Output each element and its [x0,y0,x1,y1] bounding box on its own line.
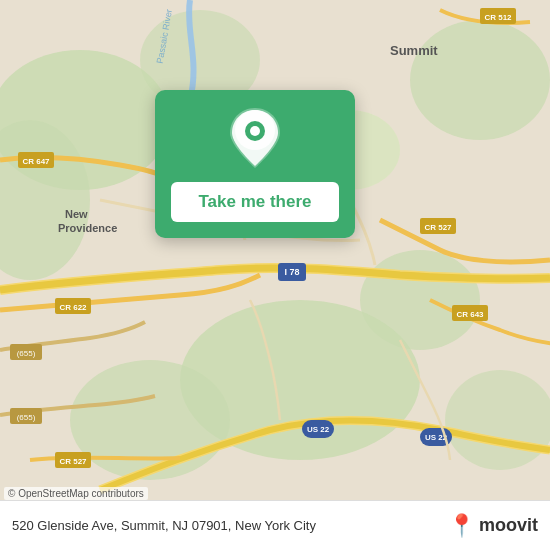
moovit-logo: 📍 moovit [448,513,538,539]
take-me-there-button[interactable]: Take me there [171,182,339,222]
destination-card: Take me there [155,90,355,238]
svg-text:CR 527: CR 527 [59,457,87,466]
svg-text:(655): (655) [17,349,36,358]
moovit-logo-text: moovit [479,515,538,536]
svg-point-7 [445,370,550,470]
location-pin-icon [230,108,280,168]
svg-text:I 78: I 78 [284,267,299,277]
svg-text:CR 512: CR 512 [484,13,512,22]
osm-attribution: © OpenStreetMap contributors [4,487,148,500]
svg-text:CR 622: CR 622 [59,303,87,312]
svg-point-38 [250,126,260,136]
svg-text:CR 643: CR 643 [456,310,484,319]
svg-text:New: New [65,208,88,220]
bottom-bar: 520 Glenside Ave, Summit, NJ 07901, New … [0,500,550,550]
svg-point-6 [70,360,230,480]
address-text: 520 Glenside Ave, Summit, NJ 07901, New … [12,518,316,533]
svg-point-3 [410,20,550,140]
map-svg: Passaic River I 78 US 22 US 22 CR 622 CR… [0,0,550,500]
moovit-pin-icon: 📍 [448,513,475,539]
svg-text:Providence: Providence [58,222,117,234]
map-container: Passaic River I 78 US 22 US 22 CR 622 CR… [0,0,550,500]
svg-text:CR 647: CR 647 [22,157,50,166]
svg-text:(655): (655) [17,413,36,422]
svg-text:Summit: Summit [390,43,438,58]
svg-text:CR 527: CR 527 [424,223,452,232]
svg-text:US 22: US 22 [307,425,330,434]
